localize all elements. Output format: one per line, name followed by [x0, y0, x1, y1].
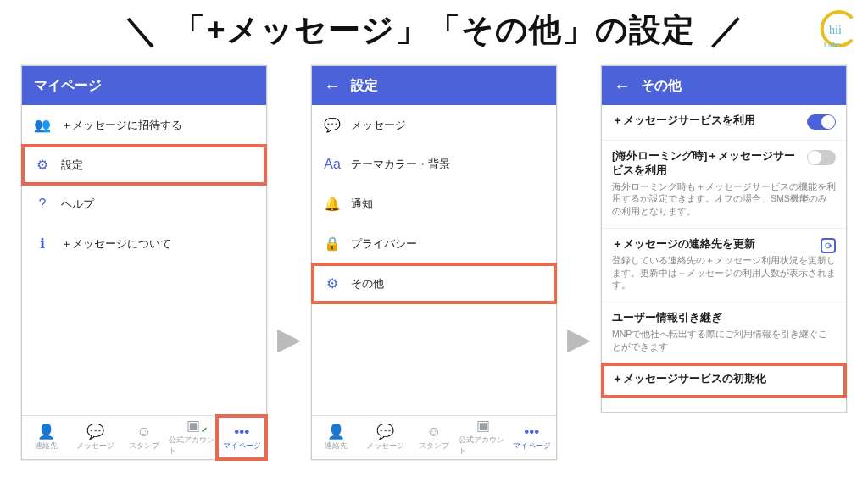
lock-icon: 🔒: [324, 236, 341, 252]
row-label: ＋メッセージについて: [61, 236, 171, 252]
appbar-other: ← その他: [602, 66, 846, 105]
section-title: ＋メッセージサービスを利用: [612, 114, 836, 128]
info-icon: ℹ: [34, 236, 51, 252]
more-icon: •••: [524, 424, 539, 439]
row-about[interactable]: ℹ ＋メッセージについて: [22, 224, 266, 263]
refresh-icon[interactable]: ⟳: [821, 238, 836, 253]
more-icon: •••: [234, 424, 249, 439]
arrow-icon: ▶: [277, 321, 301, 357]
section-user-migration[interactable]: ユーザー情報引き継ぎ MNPで他社へ転出する際にご利用情報を引き継ぐことができま…: [602, 302, 846, 363]
nav-label: 公式アカウント: [169, 435, 218, 457]
screen-settings: ← 設定 💬 メッセージ Aa テーマカラー・背景 🔔 通知 🔒 プライバシー …: [311, 65, 557, 460]
row-privacy[interactable]: 🔒 プライバシー: [312, 224, 556, 263]
section-title: ＋メッセージの連絡先を更新: [612, 237, 836, 252]
nav-label: メッセージ: [366, 441, 404, 452]
smile-icon: ☺: [426, 424, 441, 439]
nav-label: マイページ: [513, 441, 551, 452]
row-help[interactable]: ? ヘルプ: [22, 185, 266, 224]
person-icon: 👤: [327, 424, 345, 439]
badge-icon: ▣: [186, 419, 200, 433]
appbar-title: マイページ: [34, 77, 102, 95]
svg-text:hii: hii: [829, 24, 842, 36]
check-icon: ✔: [201, 425, 208, 435]
section-roaming[interactable]: [海外ローミング時]＋メッセージサービスを利用 海外ローミング時も＋メッセージサ…: [602, 141, 846, 229]
back-icon[interactable]: ←: [324, 77, 341, 94]
chat-icon: 💬: [376, 424, 394, 439]
badge-icon: ▣: [476, 419, 490, 433]
appbar-title: その他: [641, 77, 682, 95]
row-label: テーマカラー・背景: [351, 157, 450, 172]
section-desc: 海外ローミング時も＋メッセージサービスの機能を利用するか設定できます。オフの場合…: [612, 180, 836, 218]
nav-mypage[interactable]: ••• マイページ: [507, 416, 556, 459]
theme-icon: Aa: [324, 157, 341, 172]
nav-stamps[interactable]: ☺ スタンプ: [409, 416, 459, 459]
nav-messages[interactable]: 💬 メッセージ: [361, 416, 410, 459]
bottom-nav: 👤 連絡先 💬 メッセージ ☺ スタンプ ▣ ✔ 公式アカウント •••: [22, 415, 266, 459]
row-message[interactable]: 💬 メッセージ: [312, 105, 556, 145]
appbar-settings: ← 設定: [312, 66, 556, 105]
screen-other: ← その他 ＋メッセージサービスを利用 [海外ローミング時]＋メッセージサービス…: [601, 65, 847, 413]
section-title: ユーザー情報引き継ぎ: [612, 311, 836, 325]
gear-icon: ⚙: [34, 157, 51, 173]
person-icon: 👤: [37, 424, 55, 439]
nav-messages[interactable]: 💬 メッセージ: [71, 416, 120, 459]
title-slash-left: ＼: [124, 7, 158, 53]
row-label: 通知: [351, 197, 373, 212]
nav-label: メッセージ: [76, 441, 114, 452]
row-label: その他: [351, 276, 384, 291]
row-theme[interactable]: Aa テーマカラー・背景: [312, 145, 556, 184]
svg-text:Labo: Labo: [824, 41, 841, 49]
nav-label: 連絡先: [35, 441, 58, 452]
title-slash-right: ／: [710, 7, 744, 53]
help-icon: ?: [34, 197, 51, 212]
toggle-off[interactable]: [807, 150, 836, 165]
section-title: ＋メッセージサービスの初期化: [612, 372, 836, 386]
section-desc: MNPで他社へ転出する際にご利用情報を引き継ぐことができます: [612, 328, 836, 352]
row-notify[interactable]: 🔔 通知: [312, 184, 556, 224]
nav-label: スタンプ: [129, 441, 159, 452]
row-settings[interactable]: ⚙ 設定: [22, 145, 266, 185]
nav-contacts[interactable]: 👤 連絡先: [22, 416, 71, 459]
bottom-nav: 👤 連絡先 💬 メッセージ ☺ スタンプ ▣ 公式アカウント ••• マ: [312, 415, 556, 459]
section-refresh-contacts[interactable]: ⟳ ＋メッセージの連絡先を更新 登録している連絡先の＋メッセージ利用状況を更新し…: [602, 229, 846, 302]
section-use-service[interactable]: ＋メッセージサービスを利用: [602, 105, 846, 141]
smile-icon: ☺: [136, 424, 151, 439]
section-reset-service[interactable]: ＋メッセージサービスの初期化: [602, 363, 846, 397]
page-title-wrap: ＼ 「+メッセージ」「その他」の設定 ／: [0, 0, 868, 53]
nav-stamps[interactable]: ☺ スタンプ: [120, 416, 169, 459]
nav-label: マイページ: [223, 441, 261, 452]
brand-logo: hii Labo: [817, 8, 858, 49]
bell-icon: 🔔: [324, 196, 341, 212]
row-other[interactable]: ⚙ その他: [312, 263, 556, 303]
row-label: メッセージ: [351, 118, 406, 133]
chat-icon: 💬: [86, 424, 104, 439]
nav-label: 連絡先: [325, 441, 348, 452]
appbar-mypage: マイページ: [22, 66, 266, 105]
nav-official[interactable]: ▣ 公式アカウント: [459, 416, 508, 459]
row-label: ヘルプ: [61, 197, 94, 212]
group-add-icon: 👥: [34, 117, 51, 133]
page-title: 「+メッセージ」「その他」の設定: [173, 8, 694, 52]
gear-icon: ⚙: [324, 275, 341, 291]
nav-contacts[interactable]: 👤 連絡先: [312, 416, 361, 459]
appbar-title: 設定: [351, 77, 378, 95]
section-title: [海外ローミング時]＋メッセージサービスを利用: [612, 149, 836, 178]
row-label: 設定: [61, 158, 83, 173]
nav-mypage[interactable]: ••• マイページ: [217, 416, 266, 459]
row-invite[interactable]: 👥 ＋メッセージに招待する: [22, 105, 266, 145]
nav-label: 公式アカウント: [459, 435, 508, 457]
row-label: ＋メッセージに招待する: [61, 118, 182, 133]
screen-mypage: マイページ 👥 ＋メッセージに招待する ⚙ 設定 ? ヘルプ ℹ ＋メッセージに…: [21, 65, 267, 460]
nav-official[interactable]: ▣ ✔ 公式アカウント: [169, 416, 218, 459]
chat-icon: 💬: [324, 117, 341, 133]
nav-label: スタンプ: [419, 441, 449, 452]
toggle-on[interactable]: [807, 114, 836, 130]
back-icon[interactable]: ←: [614, 77, 631, 94]
arrow-icon: ▶: [567, 321, 591, 357]
row-label: プライバシー: [351, 236, 417, 252]
section-desc: 登録している連絡先の＋メッセージ利用状況を更新します。更新中は＋メッセージの利用…: [612, 254, 836, 291]
